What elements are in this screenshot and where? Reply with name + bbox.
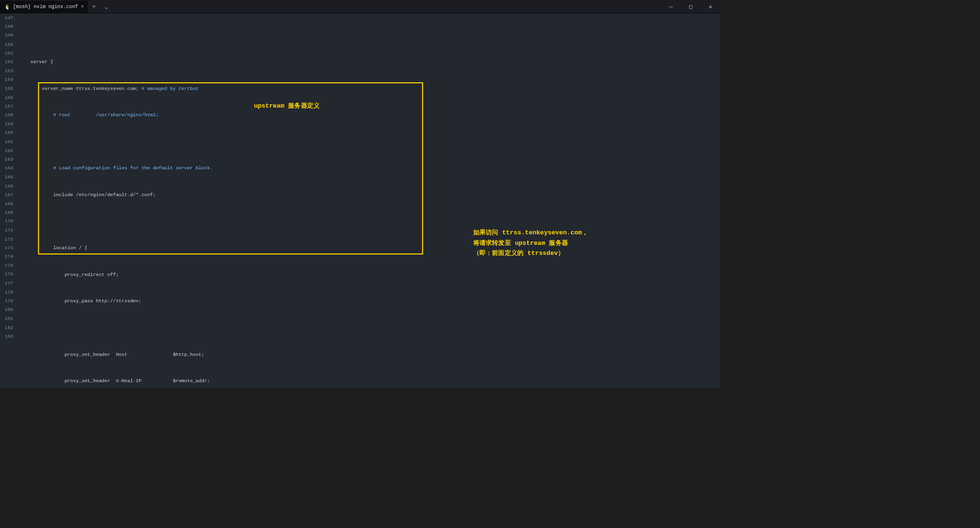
tab-title: [mosh] nvim nginx.conf <box>13 4 78 10</box>
line-number: 157 <box>0 102 13 111</box>
line-number: 181 <box>0 314 13 323</box>
line-number: 150 <box>0 40 13 49</box>
line-number: 163 <box>0 155 13 164</box>
close-tab-icon[interactable]: × <box>81 4 84 10</box>
code-line: server { <box>19 59 53 65</box>
linux-icon: 🐧 <box>4 4 10 10</box>
line-number: 168 <box>0 199 13 209</box>
line-number: 179 <box>0 297 13 306</box>
line-number: 170 <box>0 217 13 226</box>
line-number: 161 <box>0 137 13 146</box>
line-number: 149 <box>0 31 13 40</box>
line-number: 156 <box>0 93 13 102</box>
line-number: 174 <box>0 253 13 262</box>
annotation-forward-arrow <box>429 243 468 251</box>
line-number: 153 <box>0 66 13 76</box>
line-number: 162 <box>0 146 13 155</box>
code-line: proxy_pass http://ttrssdev; <box>19 298 142 304</box>
code-comment: # root /usr/share/nginx/html; <box>19 112 159 118</box>
code-line: proxy_set_header Host $http_host; <box>19 352 204 357</box>
code-content[interactable]: server { server_name ttrss.tenkeyseven.c… <box>19 13 721 388</box>
line-number: 167 <box>0 190 13 199</box>
maximize-button[interactable]: ▢ <box>681 0 701 13</box>
line-number: 152 <box>0 57 13 66</box>
line-number: 178 <box>0 288 13 297</box>
line-number: 160 <box>0 129 13 138</box>
code-comment: # managed by Certbot <box>142 86 199 91</box>
line-number: 177 <box>0 279 13 288</box>
line-number: 166 <box>0 182 13 191</box>
line-number: 151 <box>0 49 13 58</box>
line-number: 148 <box>0 22 13 31</box>
window-titlebar: 🐧 [mosh] nvim nginx.conf × + ⌄ — ▢ ✕ <box>0 0 720 13</box>
line-number: 158 <box>0 111 13 120</box>
code-line: location / { <box>19 245 88 251</box>
close-window-button[interactable]: ✕ <box>701 0 720 13</box>
line-number: 173 <box>0 243 13 253</box>
annotation-forward-text: 如果访问 ttrss.tenkeyseven.com， 将请求转发至 upstr… <box>473 228 589 258</box>
arrow-left-icon <box>429 243 468 251</box>
new-tab-button[interactable]: + <box>88 3 100 10</box>
line-number: 165 <box>0 173 13 182</box>
annotation-text: upstream 服务器定义 <box>254 101 320 110</box>
line-number: 176 <box>0 270 13 279</box>
annotation-upstream-def: upstream 服务器定义 <box>214 101 320 110</box>
annotation-line: （即：前面定义的 ttrssdev） <box>473 248 589 258</box>
line-number: 175 <box>0 261 13 270</box>
line-number: 159 <box>0 120 13 129</box>
arrow-left-icon <box>214 102 250 109</box>
code-line: include /etc/nginx/default.d/*.conf; <box>19 192 156 198</box>
line-number: 172 <box>0 235 13 244</box>
line-number: 180 <box>0 306 13 315</box>
tab-menu-chevron-icon[interactable]: ⌄ <box>100 3 113 11</box>
terminal-tab[interactable]: 🐧 [mosh] nvim nginx.conf × <box>0 0 88 13</box>
code-line: proxy_set_header X-Real-IP $remote_addr; <box>19 378 210 384</box>
line-number-gutter: 1471481491501511521531541551561571581591… <box>0 13 19 388</box>
code-line: server_name ttrss.tenkeyseven.com; <box>19 86 142 91</box>
line-number: 169 <box>0 208 13 217</box>
line-number: 182 <box>0 323 13 332</box>
code-line: proxy_redirect off; <box>19 272 119 277</box>
code-comment: # Load configuration files for the defau… <box>19 165 213 171</box>
line-number: 147 <box>0 13 13 22</box>
line-number: 171 <box>0 226 13 235</box>
line-number: 154 <box>0 76 13 85</box>
line-number: 164 <box>0 164 13 173</box>
line-number: 183 <box>0 332 13 341</box>
editor-area[interactable]: 1471481491501511521531541551561571581591… <box>0 13 720 388</box>
annotation-line: 将请求转发至 upstream 服务器 <box>473 238 589 248</box>
minimize-button[interactable]: — <box>661 0 681 13</box>
annotation-line: 如果访问 ttrss.tenkeyseven.com， <box>473 228 589 238</box>
line-number: 155 <box>0 84 13 93</box>
